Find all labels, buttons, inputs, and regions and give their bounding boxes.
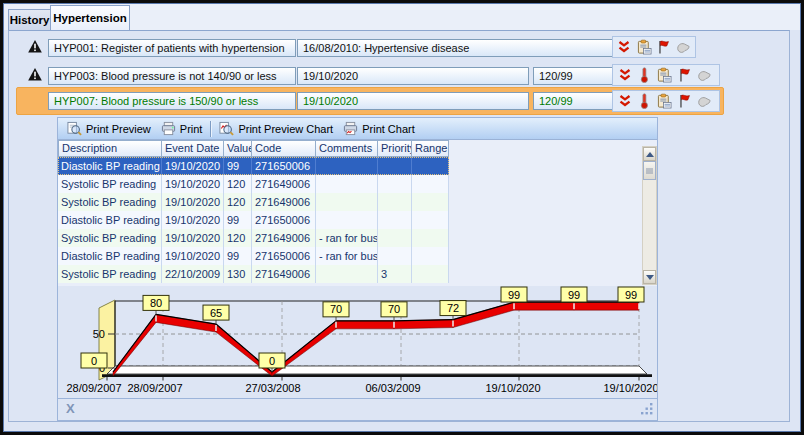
column-header-code[interactable]: Code	[252, 140, 316, 157]
table-cell: 130	[224, 265, 252, 283]
megaphone-icon[interactable]	[676, 39, 691, 55]
table-cell	[378, 157, 412, 175]
scroll-down-button[interactable]	[643, 270, 656, 284]
print-preview-button[interactable]: Print Preview	[62, 119, 156, 139]
expand-icon[interactable]	[617, 39, 632, 55]
indicator-value-field[interactable]: 120/99	[533, 67, 617, 85]
print-icon	[161, 121, 176, 137]
indicator-code-field[interactable]: HYP007: Blood pressure is 150/90 or less	[48, 92, 296, 110]
table-cell: 271649006	[252, 265, 316, 283]
print-chart-button[interactable]: Print Chart	[338, 119, 420, 139]
table-row[interactable]: Diastolic BP reading19/10/20209927165000…	[58, 157, 449, 175]
scrollbar-thumb[interactable]	[643, 161, 656, 180]
table-cell: 271649006	[252, 175, 316, 193]
x-tick-label: 28/09/2007	[66, 382, 121, 394]
table-cell	[412, 229, 449, 247]
point-label: 70	[388, 303, 400, 315]
warning-icon	[27, 67, 43, 82]
table-cell	[378, 211, 412, 229]
table-cell	[412, 157, 449, 175]
table-row[interactable]: Systolic BP reading19/10/202012027164900…	[58, 175, 449, 193]
close-panel-button[interactable]: X	[66, 402, 75, 416]
expand-icon[interactable]	[617, 67, 632, 83]
expand-icon[interactable]	[617, 93, 632, 109]
table-cell	[316, 211, 378, 229]
y-tick-label: 50	[93, 328, 105, 340]
column-header-range[interactable]: Range	[412, 140, 449, 157]
flag-icon[interactable]	[657, 39, 672, 55]
tab-hypertension[interactable]: Hypertension	[50, 5, 130, 30]
table-cell	[316, 265, 378, 283]
point-label: 0	[269, 355, 275, 367]
table-cell: 120	[224, 193, 252, 211]
column-header-priority[interactable]: Priority	[378, 140, 412, 157]
tab-history[interactable]: History	[8, 9, 51, 30]
table-cell: Systolic BP reading	[58, 229, 162, 247]
indicator-code-field[interactable]: HYP001: Register of patients with hypert…	[48, 39, 296, 57]
clipboard-icon[interactable]	[657, 67, 672, 83]
table-cell: Systolic BP reading	[58, 193, 162, 211]
table-cell	[378, 193, 412, 211]
table-cell: 22/10/2009	[162, 265, 224, 283]
table-cell	[378, 247, 412, 265]
print-preview-chart-label: Print Preview Chart	[238, 123, 333, 135]
print-preview-chart-icon	[219, 121, 234, 137]
ribbon-segment	[514, 302, 574, 310]
indicator-actions	[612, 36, 696, 58]
table-cell	[412, 247, 449, 265]
x-tick-label: 27/03/2008	[245, 382, 300, 394]
print-button[interactable]: Print	[156, 119, 208, 139]
print-preview-chart-button[interactable]: Print Preview Chart	[214, 119, 338, 139]
table-row[interactable]: Systolic BP reading19/10/202012027164900…	[58, 193, 449, 211]
table-cell: 19/10/2020	[162, 211, 224, 229]
indicator-detail-field[interactable]: 16/08/2010: Hypertensive disease	[297, 39, 617, 57]
column-header-description[interactable]: Description	[58, 140, 162, 157]
thermometer-icon[interactable]	[637, 93, 652, 109]
column-header-value[interactable]: Value	[224, 140, 252, 157]
chart-floor	[107, 366, 647, 374]
indicator-code-field[interactable]: HYP003: Blood pressure is not 140/90 or …	[48, 67, 296, 85]
flag-icon[interactable]	[677, 67, 692, 83]
table-cell: 271649006	[252, 229, 316, 247]
column-header-comments[interactable]: Comments	[316, 140, 378, 157]
history-hypertension-window: History Hypertension HYP001: Register of…	[0, 0, 804, 435]
scroll-up-button[interactable]	[643, 147, 656, 161]
table-cell: 99	[224, 247, 252, 265]
table-header-row: DescriptionEvent DateValueCodeCommentsPr…	[58, 140, 449, 157]
detail-panel: Print Preview Print Print Preview Chart	[57, 117, 658, 421]
table-cell: Systolic BP reading	[58, 265, 162, 283]
table-cell: 271650006	[252, 157, 316, 175]
table-scrollbar[interactable]	[642, 146, 657, 285]
table-cell	[412, 265, 449, 283]
column-header-event-date[interactable]: Event Date	[162, 140, 224, 157]
print-label: Print	[180, 123, 203, 135]
resize-grip-icon[interactable]	[641, 403, 653, 417]
table-cell: - ran for bus	[316, 229, 378, 247]
indicator-detail-field[interactable]: 19/10/2020	[297, 92, 529, 110]
clipboard-icon[interactable]	[637, 39, 652, 55]
indicator-value-field[interactable]: 120/99	[533, 92, 617, 110]
indicator-detail-field[interactable]: 19/10/2020	[297, 67, 529, 85]
table-cell: 19/10/2020	[162, 157, 224, 175]
megaphone-icon[interactable]	[697, 93, 712, 109]
x-tick-label: 28/09/2007	[127, 382, 182, 394]
table-cell: 3	[378, 265, 412, 283]
warning-icon	[27, 39, 43, 54]
flag-icon[interactable]	[677, 93, 692, 109]
clipboard-icon[interactable]	[657, 93, 672, 109]
indicator-actions	[612, 90, 720, 112]
point-label: 72	[447, 302, 459, 314]
table-row[interactable]: Diastolic BP reading19/10/20209927165000…	[58, 247, 449, 265]
megaphone-icon[interactable]	[697, 67, 712, 83]
table-row[interactable]: Diastolic BP reading19/10/20209927165000…	[58, 211, 449, 229]
x-tick-label: 06/03/2009	[365, 382, 420, 394]
readings-table: DescriptionEvent DateValueCodeCommentsPr…	[58, 140, 657, 286]
indicator-actions	[612, 64, 720, 86]
table-cell: 99	[224, 157, 252, 175]
table-row[interactable]: Systolic BP reading22/10/200913027164900…	[58, 265, 449, 283]
table-body: Diastolic BP reading19/10/20209927165000…	[58, 157, 449, 283]
bp-chart: 50008065070707299999928/09/200728/09/200…	[58, 286, 657, 398]
table-row[interactable]: Systolic BP reading19/10/202012027164900…	[58, 229, 449, 247]
table-cell	[378, 175, 412, 193]
thermometer-icon[interactable]	[637, 67, 652, 83]
